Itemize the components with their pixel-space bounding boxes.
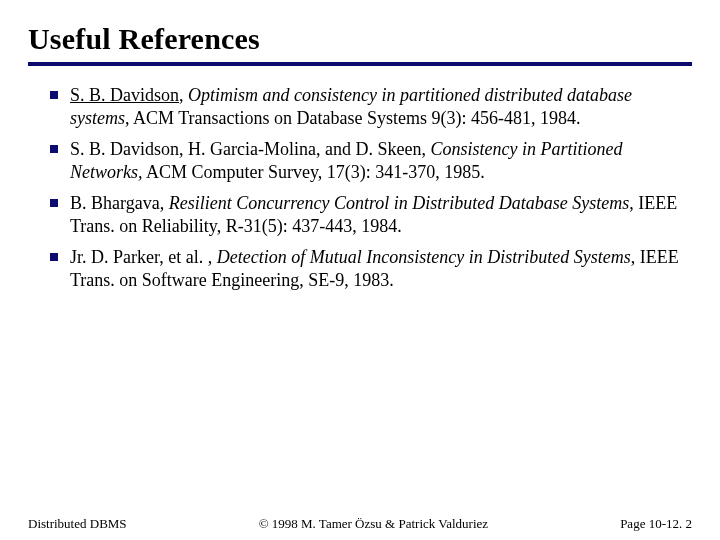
reference-item: Jr. D. Parker, et al. , Detection of Mut… xyxy=(50,246,692,292)
reference-item: S. B. Davidson, H. Garcia-Molina, and D.… xyxy=(50,138,692,184)
footer-right: Page 10-12. 2 xyxy=(620,516,692,532)
reference-title: Resilient Concurrency Control in Distrib… xyxy=(169,193,630,213)
footer-center: © 1998 M. Tamer Özsu & Patrick Valduriez xyxy=(127,516,621,532)
footer: Distributed DBMS © 1998 M. Tamer Özsu & … xyxy=(0,516,720,532)
reference-author: S. B. Davidson, H. Garcia-Molina, and D.… xyxy=(70,139,421,159)
reference-sep: , xyxy=(179,85,188,105)
bullet-icon xyxy=(50,199,58,207)
footer-left: Distributed DBMS xyxy=(28,516,127,532)
reference-item: B. Bhargava, Resilient Concurrency Contr… xyxy=(50,192,692,238)
reference-sep: , xyxy=(160,193,169,213)
reference-rest: , ACM Transactions on Database Systems 9… xyxy=(125,108,580,128)
bullet-icon xyxy=(50,91,58,99)
title-rule xyxy=(28,62,692,66)
bullet-icon xyxy=(50,145,58,153)
reference-sep: , xyxy=(203,247,217,267)
slide-title: Useful References xyxy=(28,22,692,56)
reference-author: Jr. D. Parker, et al. xyxy=(70,247,203,267)
reference-rest: ACM Computer Survey, 17(3): 341-370, 198… xyxy=(143,162,485,182)
slide: Useful References S. B. Davidson, Optimi… xyxy=(0,0,720,292)
reference-author: B. Bhargava xyxy=(70,193,160,213)
bullet-icon xyxy=(50,253,58,261)
reference-list: S. B. Davidson, Optimism and consistency… xyxy=(28,84,692,292)
reference-item: S. B. Davidson, Optimism and consistency… xyxy=(50,84,692,130)
reference-author[interactable]: S. B. Davidson xyxy=(70,85,179,105)
reference-title: Detection of Mutual Inconsistency in Dis… xyxy=(217,247,631,267)
